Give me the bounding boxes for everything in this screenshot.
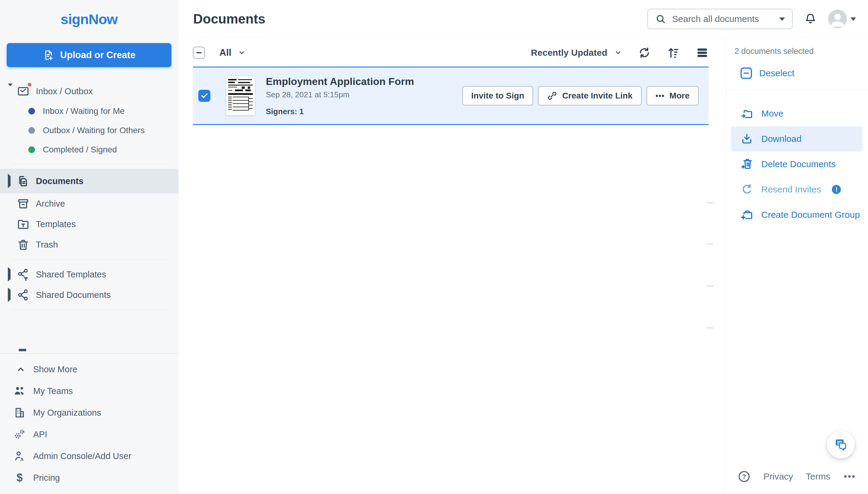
divider — [12, 164, 167, 164]
sidebar-item-outbox-waiting-for-others[interactable]: Outbox / Waiting for Others — [0, 121, 178, 140]
pricing-icon: $ — [13, 472, 26, 483]
chevron-up-icon — [13, 365, 26, 374]
chevron-collapsed-icon[interactable] — [8, 270, 11, 280]
sidebar-item-my-organizations[interactable]: My Organizations — [0, 402, 178, 423]
sidebar-item-templates[interactable]: Templates — [0, 214, 178, 234]
notifications-bell-icon[interactable] — [804, 13, 817, 25]
list-placeholder-dash — [707, 243, 714, 245]
show-more-button[interactable]: Show More — [0, 358, 178, 380]
header: Documents Search all documents — [179, 0, 868, 38]
document-list-area: All Recently Updated — [179, 38, 725, 494]
notification-dot — [27, 82, 32, 87]
deselect-button[interactable]: Deselect — [735, 68, 859, 79]
envelope-icon — [17, 85, 30, 98]
upload-or-create-button[interactable]: Upload or Create — [7, 43, 171, 67]
list-placeholder-dash — [707, 285, 714, 287]
search-icon — [655, 14, 666, 24]
search-input[interactable]: Search all documents — [647, 9, 793, 29]
chevron-down-icon — [238, 49, 245, 56]
create-document-group-action[interactable]: Create Document Group — [731, 202, 863, 227]
sidebar-nav: Inbox / Outbox Inbox / Waiting for Me Ou… — [0, 81, 178, 310]
chat-fab-button[interactable] — [827, 431, 855, 458]
privacy-link[interactable]: Privacy — [763, 471, 793, 482]
outbox-status-dot — [28, 127, 35, 134]
document-row[interactable]: Employment Application Form Sep 28, 2021… — [193, 66, 708, 125]
sidebar-item-label: Documents — [36, 176, 84, 186]
sidebar-item-shared-documents[interactable]: Shared Documents — [0, 285, 178, 305]
clipped-icon — [19, 349, 26, 351]
account-menu[interactable] — [828, 10, 856, 28]
page-title: Documents — [193, 12, 265, 26]
selection-status: 2 documents selected — [735, 47, 859, 56]
resend-invites-action[interactable]: Resend Invites ! — [731, 177, 863, 202]
terms-link[interactable]: Terms — [806, 471, 830, 482]
button-label: More — [669, 91, 689, 101]
chevron-down-icon — [614, 49, 622, 56]
sidebar-footer: Show More My Teams My Organizations — [0, 353, 178, 494]
sidebar-item-admin-console[interactable]: A Admin Console/Add User — [0, 445, 178, 467]
chevron-collapsed-icon[interactable] — [8, 176, 11, 186]
document-thumbnail[interactable] — [226, 76, 255, 115]
help-icon[interactable]: ? — [738, 470, 751, 483]
delete-documents-action[interactable]: Delete Documents — [731, 152, 863, 177]
share-template-icon — [17, 268, 30, 281]
sidebar-item-label: Inbox / Outbox — [36, 87, 93, 96]
template-folder-icon — [17, 218, 30, 230]
document-title[interactable]: Employment Application Form — [266, 76, 414, 87]
sidebar-item-inbox-waiting-for-me[interactable]: Inbox / Waiting for Me — [0, 101, 178, 121]
filter-dropdown[interactable]: All — [219, 47, 245, 58]
list-placeholder-dash — [707, 202, 714, 204]
filter-label: All — [219, 47, 232, 58]
account-caret-icon — [851, 17, 856, 21]
invite-to-sign-button[interactable]: Invite to Sign — [462, 86, 533, 106]
create-invite-link-button[interactable]: Create Invite Link — [538, 86, 641, 106]
main-content: Documents Search all documents — [179, 0, 868, 494]
alert-badge-icon[interactable]: ! — [832, 185, 841, 194]
selection-panel: 2 documents selected Deselect Move — [725, 38, 868, 494]
delete-trash-icon — [740, 158, 754, 170]
move-action[interactable]: Move — [731, 101, 863, 126]
sidebar-item-label: Admin Console/Add User — [33, 451, 131, 461]
sidebar-item-archive[interactable]: Archive — [0, 193, 178, 214]
sidebar-item-pricing[interactable]: $ Pricing — [0, 467, 178, 489]
button-label: Invite to Sign — [472, 91, 524, 101]
search-placeholder: Search all documents — [672, 14, 773, 24]
sidebar-item-label: Shared Documents — [36, 290, 111, 300]
footer-more-icon[interactable]: ••• — [844, 471, 856, 482]
sidebar-item-api[interactable]: API — [0, 423, 178, 445]
select-all-checkbox[interactable] — [193, 47, 205, 59]
download-action[interactable]: Download — [731, 126, 863, 152]
list-placeholder-dash — [707, 327, 714, 329]
row-checkbox[interactable] — [198, 90, 210, 102]
refresh-icon[interactable] — [638, 46, 651, 59]
avatar[interactable] — [828, 10, 847, 28]
document-date: Sep 28, 2021 at 5:15pm — [266, 90, 414, 99]
sidebar-item-inbox-outbox[interactable]: Inbox / Outbox — [0, 81, 178, 101]
search-dropdown-caret-icon[interactable] — [779, 17, 785, 21]
more-button[interactable]: ••• More — [646, 86, 699, 106]
sort-amount-icon[interactable] — [667, 46, 680, 59]
list-toolbar: All Recently Updated — [193, 43, 708, 62]
sidebar-item-label: Shared Templates — [36, 270, 106, 280]
sidebar-item-label: Archive — [36, 199, 65, 209]
sidebar-item-shared-templates[interactable]: Shared Templates — [0, 264, 178, 285]
svg-text:?: ? — [742, 473, 746, 480]
panel-footer: ? Privacy Terms ••• — [738, 470, 856, 483]
chevron-collapsed-icon[interactable] — [8, 290, 11, 300]
trash-icon — [17, 238, 30, 251]
sidebar-item-my-teams[interactable]: My Teams — [0, 380, 178, 402]
chevron-expanded-icon[interactable] — [8, 87, 13, 96]
divider — [12, 259, 167, 260]
sidebar-item-trash[interactable]: Trash — [0, 234, 178, 255]
archive-box-icon — [17, 197, 30, 210]
sidebar-item-label: My Organizations — [33, 408, 101, 418]
sidebar-item-documents[interactable]: Documents — [0, 169, 178, 193]
signnow-logo[interactable]: signNow — [60, 11, 117, 27]
sort-order-dropdown[interactable]: Recently Updated — [531, 48, 622, 58]
link-icon — [547, 91, 557, 101]
list-view-icon[interactable] — [696, 46, 708, 59]
action-label: Delete Documents — [761, 159, 836, 169]
sidebar-item-label: API — [33, 430, 47, 439]
logo-wrap: signNow — [0, 0, 178, 38]
sidebar-item-completed-signed[interactable]: Completed / Signed — [0, 140, 178, 159]
